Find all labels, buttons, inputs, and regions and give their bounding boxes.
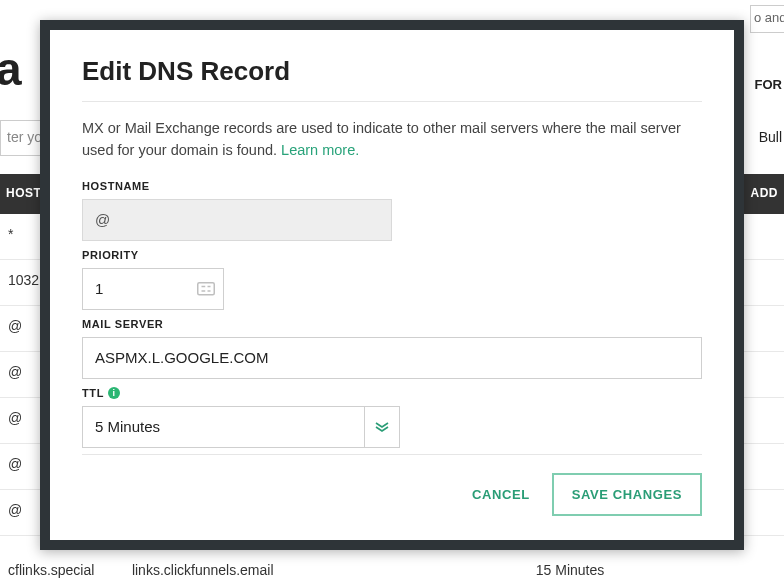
mail-server-field[interactable] <box>82 337 702 379</box>
mail-server-label: MAIL SERVER <box>82 318 702 330</box>
priority-input[interactable] <box>95 280 211 297</box>
modal-overlay: Edit DNS Record MX or Mail Exchange reco… <box>0 0 784 578</box>
hostname-field: @ <box>82 199 392 241</box>
ttl-select-arrow[interactable] <box>364 406 400 448</box>
chevron-down-icon <box>375 422 389 432</box>
ttl-label: TTL i <box>82 387 702 399</box>
ttl-selected-value: 5 Minutes <box>95 418 160 435</box>
ttl-select[interactable]: 5 Minutes <box>82 406 702 448</box>
learn-more-link[interactable]: Learn more. <box>281 142 359 158</box>
mail-server-input[interactable] <box>95 349 689 366</box>
modal-description-text: MX or Mail Exchange records are used to … <box>82 120 681 158</box>
modal-title: Edit DNS Record <box>82 56 702 87</box>
divider <box>82 101 702 102</box>
info-icon[interactable]: i <box>108 387 120 399</box>
priority-label: PRIORITY <box>82 249 702 261</box>
modal-footer: CANCEL SAVE CHANGES <box>82 454 702 524</box>
modal-description: MX or Mail Exchange records are used to … <box>82 118 702 162</box>
ttl-select-value-box[interactable]: 5 Minutes <box>82 406 364 448</box>
save-changes-button[interactable]: SAVE CHANGES <box>552 473 702 516</box>
svg-rect-0 <box>198 283 215 295</box>
priority-field[interactable] <box>82 268 224 310</box>
number-stepper-icon <box>197 282 215 296</box>
hostname-value: @ <box>95 211 110 228</box>
ttl-label-text: TTL <box>82 387 104 399</box>
hostname-label: HOSTNAME <box>82 180 702 192</box>
edit-dns-record-modal: Edit DNS Record MX or Mail Exchange reco… <box>40 20 744 550</box>
divider <box>82 454 702 455</box>
cancel-button[interactable]: CANCEL <box>468 477 534 512</box>
